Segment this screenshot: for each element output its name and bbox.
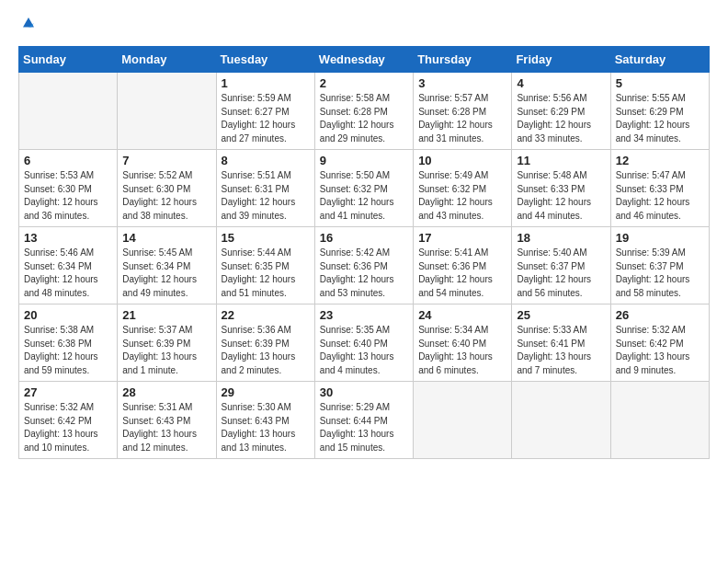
sunrise-label: Sunrise: 5:41 AM — [418, 247, 488, 258]
sunrise-label: Sunrise: 5:47 AM — [616, 170, 686, 180]
day-number: 19 — [616, 231, 704, 245]
calendar-cell: 12Sunrise: 5:47 AMSunset: 6:33 PMDayligh… — [610, 150, 709, 227]
day-number: 11 — [517, 154, 605, 167]
day-info: Sunrise: 5:39 AMSunset: 6:37 PMDaylight:… — [616, 247, 704, 300]
day-number: 24 — [418, 308, 506, 322]
day-info: Sunrise: 5:47 AMSunset: 6:33 PMDaylight:… — [616, 169, 704, 223]
sunset-label: Sunset: 6:32 PM — [320, 184, 388, 194]
sunrise-label: Sunrise: 5:46 AM — [24, 247, 94, 258]
sunset-label: Sunset: 6:31 PM — [222, 184, 290, 194]
sunset-label: Sunset: 6:33 PM — [517, 184, 585, 194]
calendar-cell: 28Sunrise: 5:31 AMSunset: 6:43 PMDayligh… — [118, 382, 216, 459]
week-row-3: 13Sunrise: 5:46 AMSunset: 6:34 PMDayligh… — [19, 227, 710, 304]
sunrise-label: Sunrise: 5:33 AM — [517, 325, 586, 335]
daylight-label: Daylight: 12 hours and 58 minutes. — [616, 274, 690, 298]
calendar-cell: 14Sunrise: 5:45 AMSunset: 6:34 PMDayligh… — [118, 227, 216, 304]
calendar-cell: 19Sunrise: 5:39 AMSunset: 6:37 PMDayligh… — [610, 227, 709, 304]
sunrise-label: Sunrise: 5:50 AM — [320, 170, 390, 180]
day-info: Sunrise: 5:42 AMSunset: 6:36 PMDaylight:… — [320, 247, 408, 300]
week-row-1: 1Sunrise: 5:59 AMSunset: 6:27 PMDaylight… — [19, 73, 710, 150]
daylight-label: Daylight: 12 hours and 59 minutes. — [24, 351, 98, 375]
sunset-label: Sunset: 6:38 PM — [24, 339, 92, 349]
sunrise-label: Sunrise: 5:51 AM — [222, 170, 291, 180]
sunset-label: Sunset: 6:41 PM — [517, 339, 585, 349]
sunset-label: Sunset: 6:40 PM — [418, 339, 486, 349]
calendar-cell: 3Sunrise: 5:57 AMSunset: 6:28 PMDaylight… — [414, 73, 512, 150]
day-number: 12 — [616, 154, 704, 167]
day-header-monday: Monday — [118, 47, 216, 73]
sunrise-label: Sunrise: 5:31 AM — [122, 402, 192, 412]
sunrise-label: Sunrise: 5:39 AM — [616, 247, 686, 258]
day-info: Sunrise: 5:55 AMSunset: 6:29 PMDaylight:… — [616, 92, 704, 145]
day-number: 6 — [24, 154, 112, 167]
sunset-label: Sunset: 6:40 PM — [320, 339, 388, 349]
calendar-cell: 20Sunrise: 5:38 AMSunset: 6:38 PMDayligh… — [19, 304, 118, 382]
sunset-label: Sunset: 6:28 PM — [320, 107, 388, 117]
sunrise-label: Sunrise: 5:32 AM — [616, 325, 686, 335]
calendar-cell: 27Sunrise: 5:32 AMSunset: 6:42 PMDayligh… — [19, 382, 118, 459]
day-info: Sunrise: 5:56 AMSunset: 6:29 PMDaylight:… — [517, 92, 605, 145]
daylight-label: Daylight: 13 hours and 1 minute. — [122, 351, 197, 375]
sunrise-label: Sunrise: 5:58 AM — [320, 93, 390, 103]
day-number: 26 — [616, 308, 704, 322]
calendar-cell: 29Sunrise: 5:30 AMSunset: 6:43 PMDayligh… — [216, 382, 314, 459]
calendar-cell — [610, 382, 709, 459]
daylight-label: Daylight: 12 hours and 36 minutes. — [24, 197, 98, 221]
day-number: 29 — [222, 385, 310, 399]
sunset-label: Sunset: 6:37 PM — [616, 261, 684, 271]
daylight-label: Daylight: 13 hours and 10 minutes. — [24, 429, 98, 453]
sunset-label: Sunset: 6:43 PM — [222, 416, 290, 426]
daylight-label: Daylight: 12 hours and 51 minutes. — [222, 274, 296, 298]
sunset-label: Sunset: 6:28 PM — [418, 107, 486, 117]
day-number: 8 — [222, 154, 310, 167]
logo-icon — [20, 15, 37, 31]
day-number: 17 — [418, 231, 506, 245]
daylight-label: Daylight: 12 hours and 29 minutes. — [320, 120, 394, 144]
daylight-label: Daylight: 12 hours and 27 minutes. — [222, 120, 296, 144]
day-info: Sunrise: 5:58 AMSunset: 6:28 PMDaylight:… — [320, 92, 408, 145]
day-info: Sunrise: 5:41 AMSunset: 6:36 PMDaylight:… — [418, 247, 506, 300]
day-number: 18 — [517, 231, 605, 245]
day-info: Sunrise: 5:29 AMSunset: 6:44 PMDaylight:… — [320, 401, 408, 454]
day-number: 13 — [24, 231, 112, 245]
calendar-cell: 21Sunrise: 5:37 AMSunset: 6:39 PMDayligh… — [118, 304, 216, 382]
day-info: Sunrise: 5:46 AMSunset: 6:34 PMDaylight:… — [24, 247, 112, 300]
day-info: Sunrise: 5:37 AMSunset: 6:39 PMDaylight:… — [122, 324, 210, 377]
sunrise-label: Sunrise: 5:34 AM — [418, 325, 488, 335]
day-header-sunday: Sunday — [19, 47, 118, 73]
day-info: Sunrise: 5:31 AMSunset: 6:43 PMDaylight:… — [122, 401, 210, 454]
daylight-label: Daylight: 12 hours and 46 minutes. — [616, 197, 690, 221]
day-number: 9 — [320, 154, 408, 167]
calendar-cell: 18Sunrise: 5:40 AMSunset: 6:37 PMDayligh… — [512, 227, 610, 304]
day-number: 25 — [517, 308, 605, 322]
calendar-cell: 10Sunrise: 5:49 AMSunset: 6:32 PMDayligh… — [414, 150, 512, 227]
day-number: 14 — [122, 231, 210, 245]
day-number: 1 — [222, 76, 310, 90]
daylight-label: Daylight: 13 hours and 12 minutes. — [122, 429, 197, 453]
sunset-label: Sunset: 6:42 PM — [24, 416, 92, 426]
day-info: Sunrise: 5:59 AMSunset: 6:27 PMDaylight:… — [222, 92, 310, 145]
daylight-label: Daylight: 13 hours and 2 minutes. — [222, 351, 296, 375]
daylight-label: Daylight: 13 hours and 6 minutes. — [418, 351, 493, 375]
day-info: Sunrise: 5:38 AMSunset: 6:38 PMDaylight:… — [24, 324, 112, 377]
daylight-label: Daylight: 13 hours and 7 minutes. — [517, 351, 591, 375]
day-number: 7 — [122, 154, 210, 167]
sunset-label: Sunset: 6:43 PM — [122, 416, 190, 426]
sunrise-label: Sunrise: 5:44 AM — [222, 247, 291, 258]
day-number: 2 — [320, 76, 408, 90]
calendar-cell: 24Sunrise: 5:34 AMSunset: 6:40 PMDayligh… — [414, 304, 512, 382]
calendar-cell — [118, 73, 216, 150]
day-info: Sunrise: 5:57 AMSunset: 6:28 PMDaylight:… — [418, 92, 506, 145]
daylight-label: Daylight: 12 hours and 53 minutes. — [320, 274, 394, 298]
calendar-cell — [414, 382, 512, 459]
day-info: Sunrise: 5:32 AMSunset: 6:42 PMDaylight:… — [24, 401, 112, 454]
svg-marker-0 — [23, 17, 34, 28]
day-info: Sunrise: 5:52 AMSunset: 6:30 PMDaylight:… — [122, 169, 210, 223]
day-info: Sunrise: 5:35 AMSunset: 6:40 PMDaylight:… — [320, 324, 408, 377]
daylight-label: Daylight: 12 hours and 54 minutes. — [418, 274, 493, 298]
calendar-cell: 11Sunrise: 5:48 AMSunset: 6:33 PMDayligh… — [512, 150, 610, 227]
day-number: 15 — [222, 231, 310, 245]
day-info: Sunrise: 5:40 AMSunset: 6:37 PMDaylight:… — [517, 247, 605, 300]
sunrise-label: Sunrise: 5:32 AM — [24, 402, 94, 412]
calendar-cell: 9Sunrise: 5:50 AMSunset: 6:32 PMDaylight… — [314, 150, 413, 227]
